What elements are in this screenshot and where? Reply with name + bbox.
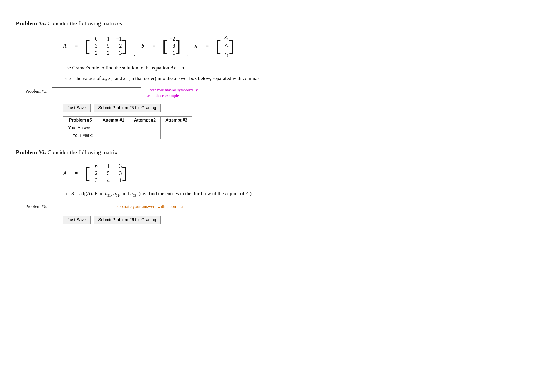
problem6-instructions: Let B = adj(A). Find b31, b32, and b33. … <box>63 190 526 198</box>
attempts-answer-label: Your Answer: <box>63 124 98 132</box>
problem5-instructions: Use Cramer's rule to find the solution t… <box>63 64 526 83</box>
matrix-x-row2: x2 <box>221 42 229 49</box>
matrix-A-left-bracket: [ <box>85 35 90 57</box>
matrix-A6-row2: 2 −5 −3 <box>90 170 122 176</box>
problem5-submit-button[interactable]: Submit Problem #5 for Grading <box>94 104 161 112</box>
matrix-A6: [ 6 −1 −3 2 −5 −3 −3 4 1 ] <box>85 162 128 184</box>
matrix-x-row1: x1 <box>221 34 229 41</box>
problem5-hint-link[interactable]: examples <box>165 93 180 98</box>
matrix-b-cells: −2 8 1 <box>168 35 175 57</box>
matrix-x-row3: x3 <box>221 51 229 58</box>
matrix-A6-row1: 6 −1 −3 <box>90 163 122 169</box>
problem5-instruction1: Use Cramer's rule to find the solution t… <box>63 64 526 72</box>
matrix-b-left-bracket: [ <box>162 35 168 57</box>
matrix-A6-right-bracket: ] <box>122 162 127 184</box>
problem6-save-button[interactable]: Just Save <box>63 216 91 224</box>
problem6-header-text: Consider the following matrix. <box>46 149 119 155</box>
problem6-header-label: Problem #6: <box>16 149 46 155</box>
problem6-header: Problem #6: Consider the following matri… <box>16 149 526 156</box>
matrix-A: [ 0 1 −1 3 −5 2 2 −2 3 ] <box>85 35 128 57</box>
matrix-b: [ −2 8 1 ] <box>162 35 181 57</box>
problem5-answer-label: Problem #5: <box>16 87 47 94</box>
attempts-header-row: Problem #5 Attempt #1 Attempt #2 Attempt… <box>63 116 192 124</box>
problem5-header: Problem #5: Consider the following matri… <box>16 20 526 27</box>
problem6-submit-button[interactable]: Submit Problem #6 for Grading <box>94 216 161 224</box>
problem5-header-label: Problem #5: <box>16 20 46 27</box>
matrix-A6-label: A <box>63 170 66 176</box>
problem6-answer-label: Problem #6: <box>16 203 47 209</box>
problem5-save-button[interactable]: Just Save <box>63 104 91 112</box>
matrix-b-right-bracket: ] <box>175 35 181 57</box>
matrix-x-left-bracket: [ <box>215 33 221 59</box>
problem5-section: Problem #5: Consider the following matri… <box>16 20 526 139</box>
matrix-b-row1: −2 <box>168 36 175 42</box>
matrix-A-cells: 0 1 −1 3 −5 2 2 −2 3 <box>90 35 122 57</box>
matrix-A-label: A <box>63 43 66 49</box>
problem5-header-text: Consider the following matrices <box>46 20 122 27</box>
matrix-x-label: x <box>195 43 197 49</box>
attempts-mark-row: Your Mark: <box>63 132 192 139</box>
attempts-answer-2 <box>129 124 161 132</box>
attempts-mark-1 <box>98 132 129 139</box>
problem5-answer-input[interactable] <box>52 87 141 95</box>
problem5-answer-row: Problem #5: Enter your answer symbolical… <box>16 87 526 98</box>
matrix-x-right-bracket: ] <box>229 33 234 59</box>
matrix-A-right-bracket: ] <box>122 35 127 57</box>
matrix-A-row1: 0 1 −1 <box>90 36 122 42</box>
attempts-col-2: Attempt #2 <box>129 116 161 124</box>
problem5-hint: Enter your answer symbolically, as in th… <box>145 87 198 98</box>
problem5-hint-line2: as in these <box>147 93 165 98</box>
matrix-b-label: b <box>141 43 144 49</box>
attempts-answer-row: Your Answer: <box>63 124 192 132</box>
attempts-col-3: Attempt #3 <box>161 116 192 124</box>
problem6-matrix: A = [ 6 −1 −3 2 −5 −3 −3 4 1 <box>63 162 526 184</box>
matrix-x-cells: x1 x2 x3 <box>221 33 229 59</box>
problem6-hint-text: separate your answers with a comma <box>117 203 183 209</box>
attempts-mark-3 <box>161 132 192 139</box>
problem6-instruction1: Let B = adj(A). Find b31, b32, and b33. … <box>63 190 526 198</box>
matrix-b-row3: 1 <box>168 50 175 56</box>
problem6-buttons: Just Save Submit Problem #6 for Grading <box>63 216 526 224</box>
attempts-col-1: Attempt #1 <box>98 116 129 124</box>
problem5-matrices: A = [ 0 1 −1 3 −5 2 2 −2 3 <box>63 33 526 59</box>
problem5-buttons: Just Save Submit Problem #5 for Grading <box>63 104 526 112</box>
attempts-answer-1 <box>98 124 129 132</box>
matrix-A-row2: 3 −5 2 <box>90 43 122 49</box>
problem6-answer-input[interactable] <box>52 203 109 210</box>
matrix-x: [ x1 x2 x3 ] <box>215 33 234 59</box>
matrix-A6-left-bracket: [ <box>85 162 90 184</box>
problem6-answer-row: Problem #6: separate your answers with a… <box>16 203 526 210</box>
problem6-section: Problem #6: Consider the following matri… <box>16 149 526 224</box>
matrix-b-row2: 8 <box>168 43 175 49</box>
attempts-mark-2 <box>129 132 161 139</box>
attempts-col-problem: Problem #5 <box>63 116 98 124</box>
matrix-A-row3: 2 −2 3 <box>90 50 122 56</box>
problem5-attempts-table: Problem #5 Attempt #1 Attempt #2 Attempt… <box>63 116 192 139</box>
attempts-answer-3 <box>161 124 192 132</box>
matrix-A6-row3: −3 4 1 <box>90 177 122 183</box>
problem5-instruction2: Enter the values of x1, x2, and x3 (in t… <box>63 74 526 83</box>
attempts-mark-label: Your Mark: <box>63 132 98 139</box>
problem5-hint-text: Enter your answer symbolically, as in th… <box>147 87 198 98</box>
matrix-A6-cells: 6 −1 −3 2 −5 −3 −3 4 1 <box>90 162 122 184</box>
problem5-hint-line1: Enter your answer symbolically, <box>147 88 198 92</box>
